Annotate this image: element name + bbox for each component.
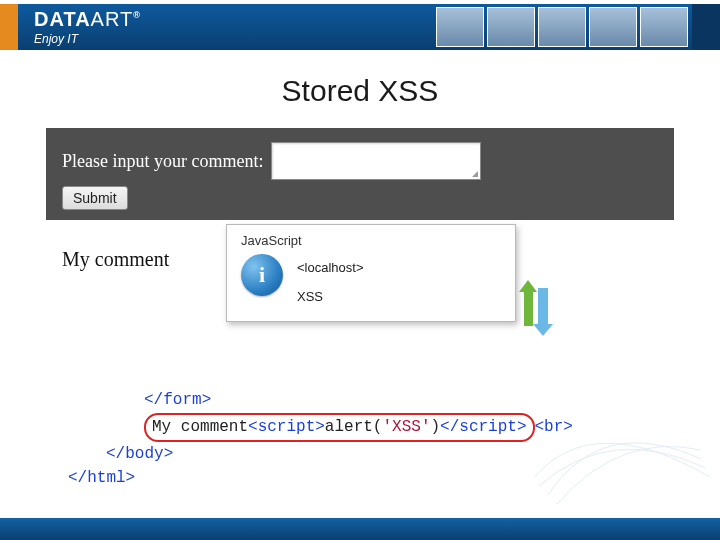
code-text: My comment	[152, 418, 248, 436]
logo-word-1: DATA	[34, 8, 91, 30]
form-row: Please input your comment:	[62, 142, 658, 180]
header-band-dark	[692, 4, 720, 50]
code-tag: </html>	[68, 469, 135, 487]
header-photo	[640, 7, 688, 47]
decorative-swirl	[530, 404, 710, 514]
slide-header: DATAART® Enjoy IT	[0, 0, 720, 56]
slide-footer-bar	[0, 518, 720, 540]
code-paren: )	[430, 418, 440, 436]
comment-textarea[interactable]	[271, 142, 481, 180]
alert-host: <localhost>	[297, 254, 364, 283]
output-label: My comment	[62, 248, 169, 271]
logo: DATAART® Enjoy IT	[34, 8, 141, 46]
code-tag: <script>	[248, 418, 325, 436]
logo-registered: ®	[133, 10, 141, 20]
flow-arrows	[524, 284, 556, 336]
demo-form-panel: Please input your comment: Submit	[46, 128, 674, 220]
output-row: My comment JavaScript i <localhost> XSS	[62, 234, 674, 354]
arrow-down-icon	[538, 288, 548, 324]
info-icon: i	[241, 254, 283, 296]
highlight-oval: My comment<script>alert('XSS')</script>	[144, 413, 535, 442]
header-photo	[436, 7, 484, 47]
gutter-dots	[68, 418, 144, 436]
alert-texts: <localhost> XSS	[297, 254, 364, 311]
comment-label: Please input your comment:	[62, 151, 263, 172]
alert-message: XSS	[297, 283, 364, 312]
submit-button[interactable]: Submit	[62, 186, 128, 210]
alert-body: i <localhost> XSS	[241, 254, 505, 311]
logo-text: DATAART®	[34, 8, 141, 31]
js-alert-dialog: JavaScript i <localhost> XSS	[226, 224, 516, 322]
slide-title: Stored XSS	[0, 74, 720, 108]
gutter-dots	[68, 391, 144, 409]
gutter-dots	[68, 445, 106, 463]
resize-handle-icon[interactable]	[472, 171, 478, 177]
logo-word-2: ART	[91, 8, 134, 30]
code-string: 'XSS'	[382, 418, 430, 436]
header-photo-strip	[436, 7, 688, 47]
arrow-up-icon	[524, 290, 533, 326]
accent-tab	[0, 4, 18, 50]
code-tag: </body>	[106, 445, 173, 463]
logo-tagline: Enjoy IT	[34, 32, 141, 46]
code-fn: alert	[325, 418, 373, 436]
code-tag: </form>	[144, 391, 211, 409]
header-photo	[538, 7, 586, 47]
alert-title: JavaScript	[241, 233, 505, 248]
header-photo	[487, 7, 535, 47]
header-photo	[589, 7, 637, 47]
code-tag: </script>	[440, 418, 526, 436]
